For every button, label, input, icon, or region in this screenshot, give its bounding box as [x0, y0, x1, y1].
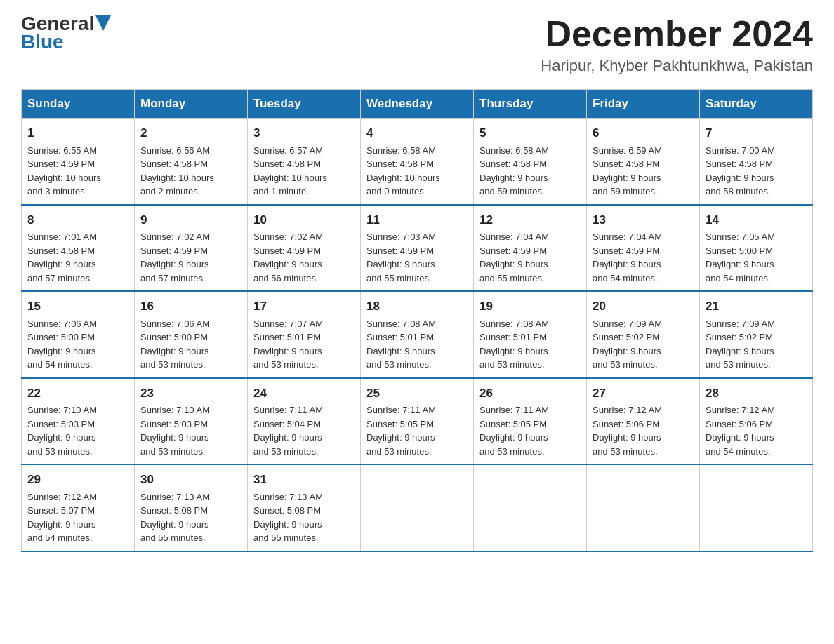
calendar-cell: 6Sunrise: 6:59 AMSunset: 4:58 PMDaylight… [587, 119, 700, 205]
day-number: 27 [593, 384, 694, 403]
day-info: Sunrise: 7:11 AMSunset: 5:04 PMDaylight:… [253, 405, 323, 457]
day-number: 9 [140, 211, 241, 229]
day-info: Sunrise: 7:07 AMSunset: 5:01 PMDaylight:… [253, 318, 323, 370]
day-info: Sunrise: 7:03 AMSunset: 4:59 PMDaylight:… [366, 232, 436, 283]
day-info: Sunrise: 7:04 AMSunset: 4:59 PMDaylight:… [593, 232, 662, 283]
calendar-cell: 14Sunrise: 7:05 AMSunset: 5:00 PMDayligh… [700, 205, 813, 292]
day-info: Sunrise: 7:13 AMSunset: 5:08 PMDaylight:… [253, 492, 323, 544]
day-info: Sunrise: 7:00 AMSunset: 4:58 PMDaylight:… [706, 145, 775, 197]
day-number: 6 [593, 124, 694, 142]
day-number: 19 [479, 297, 581, 316]
calendar-week-row: 1Sunrise: 6:55 AMSunset: 4:59 PMDaylight… [22, 119, 813, 205]
calendar-cell: 16Sunrise: 7:06 AMSunset: 5:00 PMDayligh… [135, 291, 248, 378]
calendar-header-row: SundayMondayTuesdayWednesdayThursdayFrid… [22, 90, 813, 119]
day-number: 29 [27, 471, 128, 489]
day-number: 11 [366, 211, 468, 229]
day-info: Sunrise: 6:58 AMSunset: 4:58 PMDaylight:… [366, 145, 440, 197]
day-info: Sunrise: 7:12 AMSunset: 5:07 PMDaylight:… [27, 492, 97, 544]
calendar-table: SundayMondayTuesdayWednesdayThursdayFrid… [21, 89, 813, 552]
calendar-cell: 29Sunrise: 7:12 AMSunset: 5:07 PMDayligh… [22, 464, 135, 551]
day-number: 5 [479, 124, 581, 142]
month-title: December 2024 [541, 14, 813, 54]
calendar-cell: 13Sunrise: 7:04 AMSunset: 4:59 PMDayligh… [587, 205, 700, 292]
day-number: 16 [140, 297, 241, 316]
day-info: Sunrise: 7:01 AMSunset: 4:58 PMDaylight:… [27, 232, 97, 283]
calendar-cell: 10Sunrise: 7:02 AMSunset: 4:59 PMDayligh… [248, 205, 361, 292]
day-info: Sunrise: 7:09 AMSunset: 5:02 PMDaylight:… [706, 318, 775, 370]
day-number: 21 [706, 297, 807, 316]
col-header-sunday: Sunday [22, 90, 135, 119]
day-number: 25 [366, 384, 468, 403]
logo-arrow-icon [95, 15, 111, 31]
location-subtitle: Haripur, Khyber Pakhtunkhwa, Pakistan [541, 57, 813, 75]
day-number: 30 [140, 471, 241, 489]
day-info: Sunrise: 6:56 AMSunset: 4:58 PMDaylight:… [140, 145, 214, 197]
calendar-cell: 30Sunrise: 7:13 AMSunset: 5:08 PMDayligh… [135, 464, 248, 551]
logo-blue: Blue [21, 31, 64, 53]
calendar-cell: 17Sunrise: 7:07 AMSunset: 5:01 PMDayligh… [248, 291, 361, 378]
calendar-cell: 28Sunrise: 7:12 AMSunset: 5:06 PMDayligh… [700, 378, 813, 465]
day-info: Sunrise: 7:09 AMSunset: 5:02 PMDaylight:… [593, 318, 662, 370]
calendar-cell: 18Sunrise: 7:08 AMSunset: 5:01 PMDayligh… [361, 291, 474, 378]
calendar-cell: 19Sunrise: 7:08 AMSunset: 5:01 PMDayligh… [474, 291, 587, 378]
calendar-cell: 7Sunrise: 7:00 AMSunset: 4:58 PMDaylight… [700, 119, 813, 205]
day-number: 20 [593, 297, 694, 316]
page-header: General Blue December 2024 Haripur, Khyb… [21, 14, 813, 75]
calendar-cell: 12Sunrise: 7:04 AMSunset: 4:59 PMDayligh… [474, 205, 587, 292]
calendar-week-row: 8Sunrise: 7:01 AMSunset: 4:58 PMDaylight… [22, 205, 813, 292]
day-number: 4 [366, 124, 468, 142]
day-info: Sunrise: 6:59 AMSunset: 4:58 PMDaylight:… [593, 145, 662, 197]
day-info: Sunrise: 7:02 AMSunset: 4:59 PMDaylight:… [253, 232, 323, 283]
calendar-cell: 4Sunrise: 6:58 AMSunset: 4:58 PMDaylight… [361, 119, 474, 205]
day-info: Sunrise: 7:12 AMSunset: 5:06 PMDaylight:… [706, 405, 775, 457]
day-info: Sunrise: 6:55 AMSunset: 4:59 PMDaylight:… [27, 145, 101, 197]
calendar-cell: 8Sunrise: 7:01 AMSunset: 4:58 PMDaylight… [22, 205, 135, 292]
day-info: Sunrise: 7:08 AMSunset: 5:01 PMDaylight:… [479, 318, 549, 370]
col-header-thursday: Thursday [474, 90, 587, 119]
calendar-cell: 25Sunrise: 7:11 AMSunset: 5:05 PMDayligh… [361, 378, 474, 465]
col-header-saturday: Saturday [700, 90, 813, 119]
day-number: 28 [706, 384, 807, 403]
day-number: 23 [140, 384, 241, 403]
calendar-cell [474, 464, 587, 551]
day-number: 12 [479, 211, 581, 229]
day-info: Sunrise: 7:11 AMSunset: 5:05 PMDaylight:… [366, 405, 436, 457]
col-header-wednesday: Wednesday [361, 90, 474, 119]
day-number: 18 [366, 297, 468, 316]
calendar-week-row: 22Sunrise: 7:10 AMSunset: 5:03 PMDayligh… [22, 378, 813, 465]
calendar-cell [587, 464, 700, 551]
calendar-cell: 31Sunrise: 7:13 AMSunset: 5:08 PMDayligh… [248, 464, 361, 551]
calendar-cell: 22Sunrise: 7:10 AMSunset: 5:03 PMDayligh… [22, 378, 135, 465]
calendar-week-row: 15Sunrise: 7:06 AMSunset: 5:00 PMDayligh… [22, 291, 813, 378]
day-number: 10 [253, 211, 355, 229]
day-number: 7 [706, 124, 807, 142]
day-number: 15 [27, 297, 128, 316]
day-info: Sunrise: 7:11 AMSunset: 5:05 PMDaylight:… [479, 405, 549, 457]
calendar-cell: 3Sunrise: 6:57 AMSunset: 4:58 PMDaylight… [248, 119, 361, 205]
day-info: Sunrise: 7:13 AMSunset: 5:08 PMDaylight:… [140, 492, 210, 544]
day-number: 2 [140, 124, 241, 142]
calendar-cell: 11Sunrise: 7:03 AMSunset: 4:59 PMDayligh… [361, 205, 474, 292]
calendar-cell: 20Sunrise: 7:09 AMSunset: 5:02 PMDayligh… [587, 291, 700, 378]
day-number: 13 [593, 211, 694, 229]
day-info: Sunrise: 6:58 AMSunset: 4:58 PMDaylight:… [479, 145, 549, 197]
col-header-tuesday: Tuesday [248, 90, 361, 119]
day-number: 31 [253, 471, 355, 489]
calendar-cell: 23Sunrise: 7:10 AMSunset: 5:03 PMDayligh… [135, 378, 248, 465]
day-info: Sunrise: 7:06 AMSunset: 5:00 PMDaylight:… [27, 318, 97, 370]
calendar-cell: 27Sunrise: 7:12 AMSunset: 5:06 PMDayligh… [587, 378, 700, 465]
day-number: 3 [253, 124, 355, 142]
calendar-cell: 21Sunrise: 7:09 AMSunset: 5:02 PMDayligh… [700, 291, 813, 378]
title-section: December 2024 Haripur, Khyber Pakhtunkhw… [541, 14, 813, 75]
calendar-cell: 15Sunrise: 7:06 AMSunset: 5:00 PMDayligh… [22, 291, 135, 378]
calendar-week-row: 29Sunrise: 7:12 AMSunset: 5:07 PMDayligh… [22, 464, 813, 551]
svg-marker-0 [95, 15, 111, 31]
day-number: 8 [27, 211, 128, 229]
day-info: Sunrise: 7:05 AMSunset: 5:00 PMDaylight:… [706, 232, 775, 283]
day-info: Sunrise: 6:57 AMSunset: 4:58 PMDaylight:… [253, 145, 327, 197]
calendar-cell [700, 464, 813, 551]
calendar-cell: 5Sunrise: 6:58 AMSunset: 4:58 PMDaylight… [474, 119, 587, 205]
day-number: 14 [706, 211, 807, 229]
day-number: 17 [253, 297, 355, 316]
calendar-cell [361, 464, 474, 551]
